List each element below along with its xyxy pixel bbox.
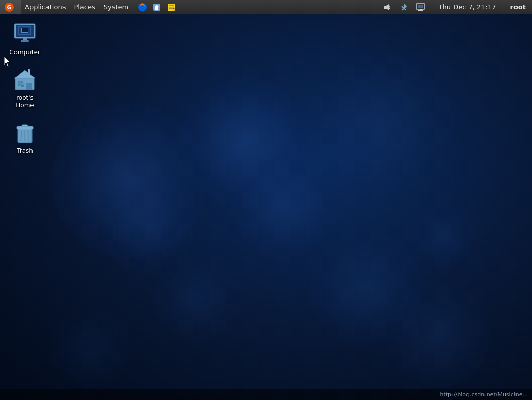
svg-point-3 [140, 5, 144, 9]
taskbar-right: Thu Dec 7, 21:17 root [380, 0, 532, 14]
svg-rect-23 [25, 33, 27, 33]
svg-rect-7 [169, 5, 174, 6]
notes-icon [167, 3, 176, 12]
gnome-icon: G [4, 2, 14, 12]
trash-label: Trash [17, 147, 33, 155]
svg-rect-22 [23, 33, 24, 33]
home-label: root's Home [6, 94, 43, 110]
trash-svg [12, 120, 37, 145]
svg-rect-25 [21, 40, 29, 42]
gnome-logo[interactable]: G [0, 0, 21, 14]
volume-button[interactable] [381, 1, 394, 13]
statusbar-url: http://blog.csdn.net/Musicine... [440, 391, 528, 398]
svg-text:G: G [7, 4, 11, 11]
svg-rect-14 [420, 9, 422, 10]
firefox-button[interactable] [136, 1, 149, 13]
taskbar-divider-3 [504, 2, 504, 12]
home-svg [12, 67, 37, 92]
home-icon [152, 3, 162, 12]
svg-rect-43 [18, 129, 32, 130]
svg-rect-21 [22, 28, 28, 32]
svg-rect-15 [418, 10, 423, 11]
statusbar: http://blog.csdn.net/Musicine... [0, 389, 532, 400]
volume-icon [383, 3, 392, 11]
svg-rect-24 [23, 38, 27, 40]
taskbar-left: G Applications Places System [0, 0, 380, 14]
taskbar-applications[interactable]: Applications [21, 0, 70, 14]
bluetooth-button[interactable] [398, 1, 410, 13]
firefox-icon [138, 3, 147, 12]
taskbar-divider-2 [431, 2, 431, 12]
bluetooth-icon [400, 3, 408, 11]
svg-marker-11 [384, 4, 389, 10]
svg-rect-39 [22, 125, 28, 127]
computer-svg [12, 22, 37, 46]
svg-rect-36 [21, 85, 24, 87]
computer-icon[interactable]: Computer [4, 19, 45, 60]
taskbar-divider-1 [134, 2, 134, 12]
taskbar-user: root [507, 3, 529, 11]
taskbar-system[interactable]: System [100, 0, 133, 14]
svg-rect-9 [169, 8, 172, 9]
trash-icon-desktop[interactable]: Trash [4, 117, 45, 158]
svg-marker-29 [14, 70, 35, 78]
display-button[interactable] [414, 1, 427, 13]
desktop: G Applications Places System [0, 0, 532, 400]
desktop-icons: Computer root's Home [4, 19, 45, 158]
home-icon-desktop[interactable]: root's Home [4, 64, 45, 113]
computer-label: Computer [9, 49, 40, 57]
svg-rect-26 [24, 34, 24, 35]
display-icon [416, 3, 425, 11]
home-button[interactable] [151, 1, 163, 13]
notes-button[interactable] [165, 1, 178, 13]
taskbar-places[interactable]: Places [70, 0, 99, 14]
taskbar: G Applications Places System [0, 0, 532, 14]
svg-rect-8 [169, 7, 174, 8]
svg-rect-27 [26, 34, 26, 35]
svg-rect-13 [418, 5, 423, 8]
svg-rect-33 [26, 83, 32, 90]
taskbar-clock: Thu Dec 7, 21:17 [434, 3, 501, 11]
svg-rect-34 [28, 69, 30, 74]
